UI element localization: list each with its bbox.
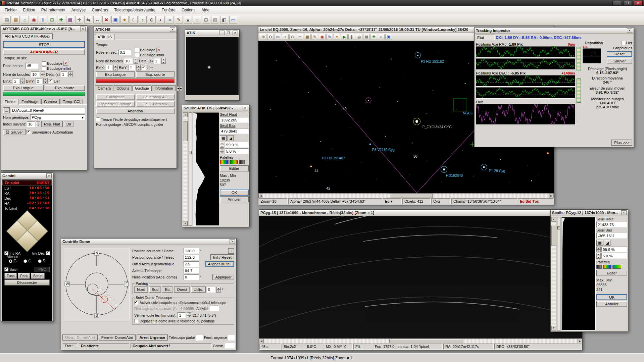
stop-loop-icon[interactable]: ✕	[156, 48, 161, 52]
toolbar-icon[interactable]: ℹ	[39, 16, 47, 24]
toolbar-icon[interactable]: ▩	[66, 16, 74, 24]
minimize-icon[interactable]: —	[219, 31, 225, 35]
tab-atik-hs[interactable]: ATIK HS	[95, 34, 114, 40]
nbre-stepper[interactable]: ▲▼	[134, 58, 138, 64]
editer-button[interactable]: Editer	[220, 165, 249, 171]
seuil-haut-input[interactable]: 1392.205	[220, 117, 249, 123]
threshold-slider[interactable]	[557, 217, 560, 330]
nbre-stepper[interactable]: ▲▼	[41, 71, 45, 77]
scroll-left-icon[interactable]: ◀	[259, 339, 264, 343]
chart-tool-icon[interactable]: ↻	[326, 34, 333, 40]
toolbar-icon[interactable]: ✎	[175, 16, 183, 24]
pct-low-stepper[interactable]: ▲▼	[220, 148, 224, 154]
deplacer-dome-checkbox[interactable]	[134, 319, 138, 323]
biny-input[interactable]: 1	[129, 65, 135, 70]
cursor-pick-icon[interactable]: ◢	[604, 240, 610, 246]
calibration-button[interactable]: Calibration	[96, 94, 135, 100]
threshold-slider[interactable]	[189, 112, 192, 226]
toolbar-icon[interactable]: ⊙	[148, 16, 156, 24]
skychart-horizontal-scrollbar[interactable]: ◀▶	[258, 193, 554, 198]
pixel-pick-icon[interactable]: ▦	[220, 135, 227, 141]
seuil-bas-input[interactable]: -365.1611	[596, 233, 627, 239]
park-sud-button[interactable]: Sud	[149, 287, 161, 293]
close-icon[interactable]: ✕	[230, 239, 235, 244]
scroll-thumb[interactable]	[389, 339, 463, 343]
bouclage-infini-checkbox[interactable]	[42, 66, 46, 70]
menu-item[interactable]: Fenêtre	[159, 7, 178, 13]
park-utilis-button[interactable]: Utilis.	[191, 287, 206, 293]
menu-item[interactable]: Fichier	[2, 7, 19, 13]
toolbar-icon[interactable]: ♁	[139, 16, 147, 24]
azimut-telescope-value[interactable]: 94.7	[184, 268, 199, 273]
pixel-pick-icon[interactable]: ▦	[596, 240, 603, 246]
speed-c-radio[interactable]	[23, 259, 27, 263]
pcyg-image-canvas[interactable]	[259, 216, 582, 339]
close-icon[interactable]: ✕	[243, 106, 248, 110]
park-angle-stepper[interactable]: ▲▼	[216, 287, 221, 293]
close-icon[interactable]: ✕	[170, 27, 175, 32]
chart-tool-icon[interactable]: ∥	[348, 34, 355, 40]
close-icon[interactable]: ✕	[627, 28, 632, 33]
reset-button[interactable]: Reset	[607, 51, 632, 57]
close-icon[interactable]: ✕	[233, 31, 238, 35]
plus-button[interactable]: Plus >>>	[611, 140, 632, 146]
chart-tool-icon[interactable]: ⊖	[267, 34, 274, 40]
nom-generique-select[interactable]: PCyg-▾	[30, 114, 85, 120]
suivi-checkbox[interactable]	[4, 267, 8, 271]
toolbar-icon[interactable]: ↕	[193, 16, 201, 24]
menu-item[interactable]: Edition	[20, 7, 38, 13]
park-ouest-button[interactable]: Ouest	[174, 287, 190, 293]
pct-high-stepper[interactable]: ▲▼	[596, 247, 601, 252]
tab-scroll-left-icon[interactable]: ◀	[177, 86, 179, 91]
toolbar-icon[interactable]: ↔	[93, 16, 101, 24]
toolbar-icon[interactable]: ✚	[57, 16, 65, 24]
seuil-haut-input[interactable]: 21433.76	[596, 222, 627, 227]
verifier-input[interactable]: 1	[178, 312, 186, 318]
speed-g-radio[interactable]	[9, 259, 12, 263]
chart-tool-icon[interactable]: ✎	[311, 34, 318, 40]
park-button[interactable]: Park	[18, 273, 30, 279]
scroll-down-icon[interactable]: ▼	[183, 221, 188, 226]
toolbar-icon[interactable]: ★	[120, 16, 129, 24]
menu-item[interactable]: Caméras	[89, 7, 111, 13]
rep-nuit-button[interactable]: Rep. Nuit	[41, 121, 63, 127]
appliquer-button[interactable]: Appliquer	[212, 274, 234, 280]
binx-input[interactable]: 1	[106, 65, 112, 70]
delai-stepper[interactable]: ▲▼	[161, 58, 166, 64]
ok-button[interactable]: OK	[596, 294, 627, 300]
graphiques-label[interactable]: Graphiques	[607, 46, 632, 50]
guide-star-canvas[interactable]	[186, 37, 239, 95]
minimize-icon[interactable]: —	[612, 1, 621, 5]
tab-fenetrage[interactable]: Fenêtrage	[19, 99, 41, 104]
cursor-pick-icon[interactable]: ◢	[228, 135, 234, 141]
exp-longue-button[interactable]: Exp Longue	[3, 85, 44, 91]
inv-dec-checkbox[interactable]	[46, 251, 50, 255]
menu-item[interactable]: Options	[179, 7, 198, 13]
toolbar-icon[interactable]: ▭	[229, 16, 237, 24]
stop-loop-icon[interactable]: ✕	[63, 61, 68, 66]
palette-swatch[interactable]	[220, 160, 229, 164]
tab-options[interactable]: Options	[114, 85, 132, 91]
setup-button[interactable]: Setup	[31, 273, 45, 279]
chart-tool-icon[interactable]: ◎	[356, 34, 362, 40]
biny-stepper[interactable]: ▲▼	[43, 78, 48, 84]
binx-input[interactable]: 2	[13, 78, 19, 84]
pos-dome-value[interactable]: 130.0	[184, 248, 199, 254]
toolbar-icon[interactable]: ⊟	[202, 16, 210, 24]
scroll-thumb[interactable]	[183, 121, 188, 141]
index-input[interactable]: 16	[27, 121, 35, 127]
pct-high-input[interactable]: 99.9 %	[225, 142, 249, 148]
index-stepper[interactable]: ▲▼	[36, 121, 40, 127]
pcyg-horizontal-scrollbar[interactable]: ◀▶	[259, 339, 582, 343]
park-est-button[interactable]: Est	[162, 287, 173, 293]
browse-button[interactable]: ...	[3, 107, 10, 113]
close-icon[interactable]: ✕	[80, 27, 86, 31]
bouclage-infini-checkbox[interactable]	[135, 53, 139, 57]
lier-checkbox[interactable]	[142, 66, 146, 70]
toolbar-icon[interactable]: ▧	[211, 16, 219, 24]
chart-tool-icon[interactable]: ⊙	[289, 34, 296, 40]
maximize-icon[interactable]: ❐	[623, 1, 632, 5]
threshold-scrollbar[interactable]: ▲▼	[183, 112, 188, 226]
fermer-dome-button[interactable]: Fermer Dome/Abri	[99, 334, 136, 341]
menu-item[interactable]: Analyse	[69, 7, 89, 13]
